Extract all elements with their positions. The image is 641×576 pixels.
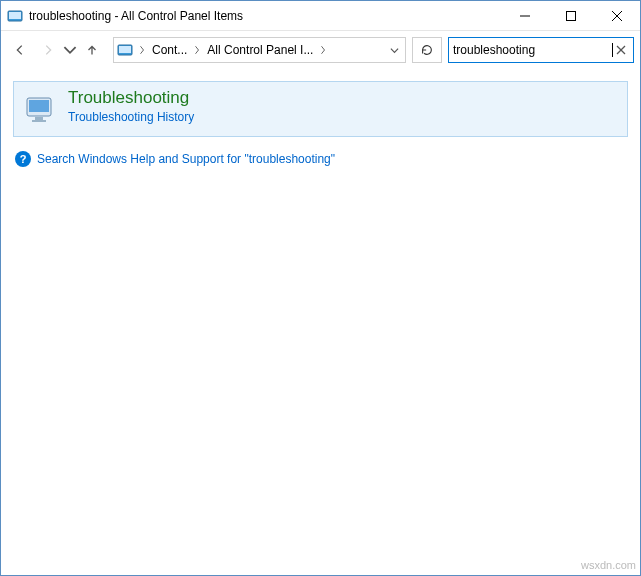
window-title: troubleshooting - All Control Panel Item… — [29, 9, 243, 23]
nav-row: Cont... All Control Panel I... — [1, 31, 640, 69]
refresh-button[interactable] — [412, 37, 442, 63]
svg-rect-13 — [32, 120, 46, 122]
minimize-button[interactable] — [502, 1, 548, 31]
arrow-left-icon — [13, 43, 27, 57]
search-help-link[interactable]: ? Search Windows Help and Support for "t… — [13, 151, 628, 167]
clear-search-button[interactable] — [613, 42, 629, 58]
help-icon: ? — [15, 151, 31, 167]
address-icon — [114, 42, 136, 58]
breadcrumb-segment-2[interactable]: All Control Panel I... — [203, 38, 317, 62]
troubleshooting-icon — [24, 92, 58, 126]
arrow-right-icon — [41, 43, 55, 57]
close-button[interactable] — [594, 1, 640, 31]
help-link-text: Search Windows Help and Support for "tro… — [37, 152, 335, 166]
arrow-up-icon — [85, 43, 99, 57]
up-button[interactable] — [79, 37, 105, 63]
search-result-item[interactable]: Troubleshooting Troubleshooting History — [13, 81, 628, 137]
breadcrumb-chevron-icon[interactable] — [317, 45, 329, 55]
address-dropdown-button[interactable] — [383, 46, 405, 55]
recent-locations-button[interactable] — [63, 37, 77, 63]
forward-button[interactable] — [35, 37, 61, 63]
svg-rect-3 — [567, 11, 576, 20]
result-sublink[interactable]: Troubleshooting History — [68, 110, 194, 124]
close-icon — [612, 11, 622, 21]
address-bar[interactable]: Cont... All Control Panel I... — [113, 37, 406, 63]
search-box[interactable] — [448, 37, 634, 63]
result-text-block: Troubleshooting Troubleshooting History — [68, 88, 194, 124]
chevron-down-icon — [63, 43, 77, 57]
close-icon — [616, 45, 626, 55]
svg-rect-12 — [35, 117, 43, 120]
svg-rect-7 — [119, 46, 131, 53]
content-area: Troubleshooting Troubleshooting History … — [1, 69, 640, 575]
back-button[interactable] — [7, 37, 33, 63]
svg-rect-1 — [9, 12, 21, 19]
breadcrumb-chevron-icon[interactable] — [191, 45, 203, 55]
breadcrumb-segment-1[interactable]: Cont... — [148, 38, 191, 62]
chevron-down-icon — [390, 46, 399, 55]
control-panel-icon — [7, 8, 23, 24]
breadcrumb-chevron-icon[interactable] — [136, 45, 148, 55]
search-input[interactable] — [453, 43, 613, 57]
control-panel-window: troubleshooting - All Control Panel Item… — [0, 0, 641, 576]
maximize-icon — [566, 11, 576, 21]
watermark: wsxdn.com — [581, 559, 636, 571]
refresh-icon — [420, 43, 434, 57]
maximize-button[interactable] — [548, 1, 594, 31]
minimize-icon — [520, 11, 530, 21]
svg-rect-11 — [29, 100, 49, 112]
result-title[interactable]: Troubleshooting — [68, 88, 194, 108]
title-bar: troubleshooting - All Control Panel Item… — [1, 1, 640, 31]
